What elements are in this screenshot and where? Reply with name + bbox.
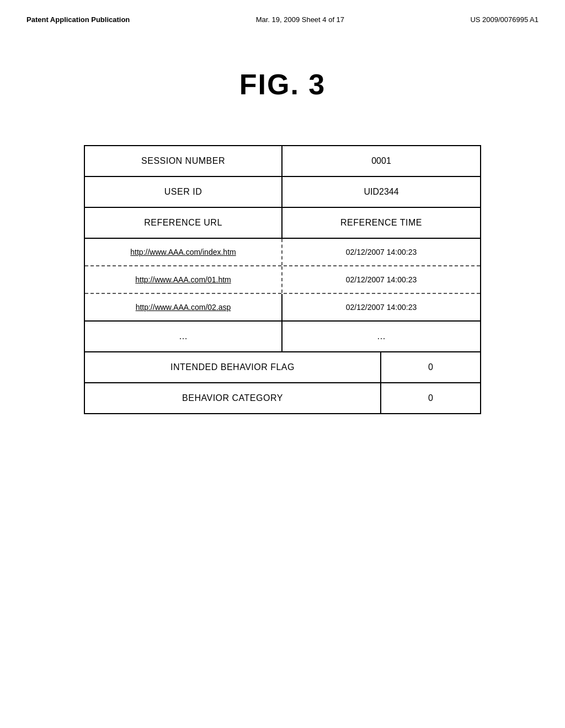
data-row-1: http://www.AAA.com/index.htm 02/12/2007 … — [85, 239, 480, 266]
intended-behavior-flag-value: 0 — [381, 352, 480, 382]
behavior-category-row: BEHAVIOR CATEGORY 0 — [85, 383, 480, 413]
user-id-row: USER ID UID2344 — [85, 177, 480, 208]
url-1: http://www.AAA.com/index.htm — [85, 239, 282, 265]
header-publication: Patent Application Publication — [26, 15, 130, 24]
url-2: http://www.AAA.com/01.htm — [85, 266, 282, 293]
behavior-category-label: BEHAVIOR CATEGORY — [85, 383, 381, 413]
url-ellipsis: … — [85, 322, 282, 351]
reference-time-header: REFERENCE TIME — [282, 208, 480, 238]
header-date-sheet: Mar. 19, 2009 Sheet 4 of 17 — [256, 15, 344, 24]
intended-behavior-flag-row: INTENDED BEHAVIOR FLAG 0 — [85, 352, 480, 383]
data-row-3: http://www.AAA.com/02.asp 02/12/2007 14:… — [85, 294, 480, 322]
data-row-2: http://www.AAA.com/01.htm 02/12/2007 14:… — [85, 266, 480, 294]
data-table: SESSION NUMBER 0001 USER ID UID2344 REFE… — [84, 145, 481, 414]
figure-title: FIG. 3 — [0, 68, 565, 101]
reference-url-header: REFERENCE URL — [85, 208, 282, 238]
reference-headers-row: REFERENCE URL REFERENCE TIME — [85, 208, 480, 239]
time-ellipsis: … — [282, 322, 480, 351]
user-id-label: USER ID — [85, 177, 282, 207]
url-3: http://www.AAA.com/02.asp — [85, 294, 282, 320]
time-2: 02/12/2007 14:00:23 — [282, 266, 480, 293]
intended-behavior-flag-label: INTENDED BEHAVIOR FLAG — [85, 352, 381, 382]
user-id-value: UID2344 — [282, 177, 480, 207]
session-number-value: 0001 — [282, 146, 480, 176]
page-header: Patent Application Publication Mar. 19, … — [0, 0, 565, 24]
ellipsis-row: … … — [85, 322, 480, 352]
session-number-label: SESSION NUMBER — [85, 146, 282, 176]
time-3: 02/12/2007 14:00:23 — [282, 294, 480, 320]
session-number-row: SESSION NUMBER 0001 — [85, 146, 480, 177]
behavior-category-value: 0 — [381, 383, 480, 413]
time-1: 02/12/2007 14:00:23 — [282, 239, 480, 265]
header-patent-number: US 2009/0076995 A1 — [470, 15, 539, 24]
